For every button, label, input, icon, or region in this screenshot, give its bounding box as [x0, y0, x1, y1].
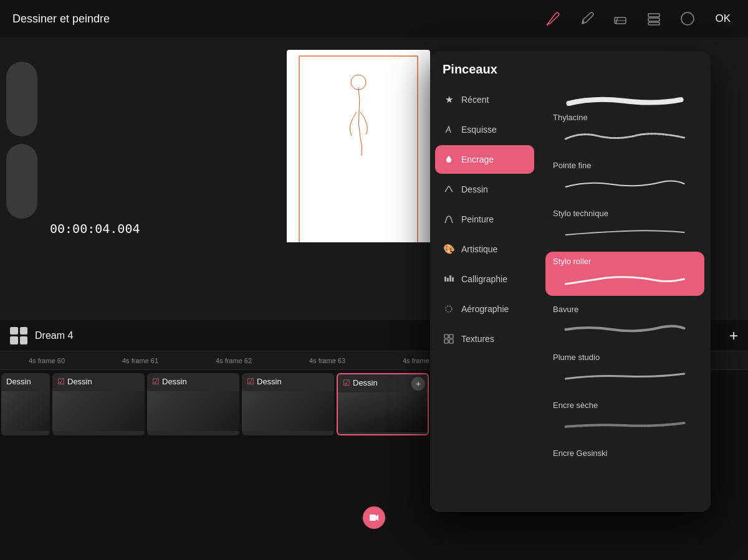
- artistique-icon: 🎨: [443, 243, 455, 255]
- timeline-title: Dream 4: [35, 330, 73, 341]
- svg-rect-7: [370, 515, 376, 521]
- clip-name-3: Dessin: [257, 377, 282, 386]
- brush-stroke-plume-studio: [553, 364, 697, 387]
- drawing-canvas[interactable]: [287, 50, 430, 242]
- brush-stylo-roller[interactable]: Stylo roller: [545, 252, 704, 296]
- tool-pill-2[interactable]: [6, 144, 37, 219]
- brush-name-encre-gesinski: Encre Gesinski: [553, 448, 697, 458]
- category-label-recent: Récent: [461, 95, 489, 105]
- brush-tool[interactable]: [542, 7, 564, 30]
- clip-check-4: ☑: [343, 378, 350, 387]
- grid-icon: [10, 327, 27, 344]
- category-label-textures: Textures: [461, 334, 494, 344]
- category-label-aerographie: Aérographie: [461, 304, 509, 314]
- category-recent[interactable]: ★ Récent: [435, 85, 534, 114]
- category-label-dessin: Dessin: [461, 184, 488, 194]
- svg-point-4: [681, 12, 694, 25]
- canvas-inner: [287, 50, 430, 242]
- encrage-icon: [443, 153, 455, 166]
- brush-name-pointe-fine: Pointe fine: [553, 161, 697, 170]
- brush-categories: ★ Récent Esquisse Encrage: [430, 83, 539, 509]
- brush-name-thylacine: Thylacine: [553, 113, 697, 122]
- brush-name-bavure: Bavure: [553, 305, 697, 314]
- top-bar: Dessiner et peindre: [0, 0, 748, 37]
- category-aerographie[interactable]: Aérographie: [435, 295, 534, 323]
- toolbar: OK: [542, 7, 736, 30]
- svg-rect-5: [299, 56, 418, 242]
- brush-name-stylo-technique: Stylo technique: [553, 209, 697, 218]
- brush-panel-title: Pinceaux: [430, 51, 711, 83]
- category-label-encrage: Encrage: [461, 154, 494, 164]
- timeline-add-button[interactable]: +: [729, 327, 738, 344]
- frame-label-3: 4s frame 63: [280, 357, 374, 364]
- svg-rect-1: [648, 14, 659, 17]
- category-textures[interactable]: Textures: [435, 325, 534, 353]
- brush-name-stylo-roller: Stylo roller: [553, 257, 697, 266]
- category-peinture[interactable]: Peinture: [435, 205, 534, 234]
- brush-encre-seche[interactable]: Encre sèche: [545, 396, 704, 440]
- category-label-esquisse: Esquisse: [461, 125, 497, 135]
- ok-button[interactable]: OK: [710, 10, 736, 27]
- brush-name-plume-studio: Plume studio: [553, 353, 697, 362]
- svg-rect-16: [444, 339, 448, 343]
- category-dessin[interactable]: Dessin: [435, 175, 534, 204]
- brush-plume-studio[interactable]: Plume studio: [545, 348, 704, 392]
- brush-encre-gesinski[interactable]: Encre Gesinski: [545, 444, 704, 465]
- category-label-peinture: Peinture: [461, 214, 494, 224]
- brush-stroke-stylo-roller: [553, 268, 697, 291]
- svg-rect-9: [444, 277, 446, 282]
- category-esquisse[interactable]: Esquisse: [435, 115, 534, 144]
- svg-rect-2: [648, 18, 659, 21]
- canvas-left-tools: [6, 62, 37, 219]
- app-title: Dessiner et peindre: [12, 12, 110, 26]
- clip-thumb-2: [147, 391, 239, 431]
- svg-rect-12: [452, 277, 454, 282]
- circle-tool[interactable]: [676, 7, 699, 30]
- brush-stylo-technique[interactable]: Stylo technique: [545, 204, 704, 248]
- clip-name-2: Dessin: [162, 377, 187, 386]
- eraser-tool[interactable]: [609, 7, 631, 30]
- brush-stroke2-thylacine: [553, 125, 697, 147]
- brush-thylacine[interactable]: Thylacine: [545, 85, 704, 152]
- svg-rect-10: [447, 278, 449, 282]
- clip-name-1: Dessin: [67, 377, 92, 386]
- tool-pill-1[interactable]: [6, 62, 37, 136]
- svg-rect-11: [449, 275, 451, 282]
- clip-name-0: Dessin: [6, 377, 31, 386]
- clip-check-2: ☑: [152, 377, 160, 386]
- track-clip-1[interactable]: ☑ Dessin: [52, 373, 145, 435]
- category-encrage[interactable]: Encrage: [435, 145, 534, 174]
- clip-add-button[interactable]: +: [411, 377, 425, 391]
- brush-stroke-encre-seche: [553, 412, 697, 435]
- brush-pointe-fine[interactable]: Pointe fine: [545, 156, 704, 200]
- track-clip-4[interactable]: ☑ Dessin +: [337, 373, 429, 435]
- brush-bavure[interactable]: Bavure: [545, 300, 704, 344]
- category-artistique[interactable]: 🎨 Artistique: [435, 235, 534, 263]
- brush-panel: Pinceaux ★ Récent Esquisse: [430, 51, 711, 512]
- category-label-calligraphie: Calligraphie: [461, 274, 507, 284]
- brush-list: Thylacine Pointe fine Stylo techni: [539, 83, 711, 509]
- clip-thumb-1: [52, 391, 145, 431]
- peinture-icon: [443, 213, 455, 225]
- record-button[interactable]: [363, 506, 385, 529]
- svg-rect-15: [449, 335, 453, 338]
- track-clip-3[interactable]: ☑ Dessin: [242, 373, 334, 435]
- brush-stroke-stylo-technique: [553, 221, 697, 243]
- clip-thumb-0: [1, 391, 50, 431]
- textures-icon: [443, 333, 455, 345]
- layers-tool[interactable]: [643, 7, 665, 30]
- calligraphie-icon: [443, 273, 455, 285]
- pen-tool[interactable]: [575, 7, 598, 30]
- track-clip-2[interactable]: ☑ Dessin: [147, 373, 239, 435]
- clip-check-3: ☑: [247, 377, 254, 386]
- clip-thumb-3: [242, 391, 334, 431]
- esquisse-icon: [443, 123, 455, 136]
- svg-rect-14: [444, 335, 448, 338]
- frame-label-2: 4s frame 62: [187, 357, 280, 364]
- svg-point-13: [446, 306, 452, 312]
- clip-check-1: ☑: [57, 377, 65, 386]
- track-clip-0[interactable]: Dessin: [1, 373, 50, 435]
- category-calligraphie[interactable]: Calligraphie: [435, 265, 534, 293]
- brush-stroke-thylacine: [553, 90, 697, 113]
- brush-stroke-bavure: [553, 316, 697, 339]
